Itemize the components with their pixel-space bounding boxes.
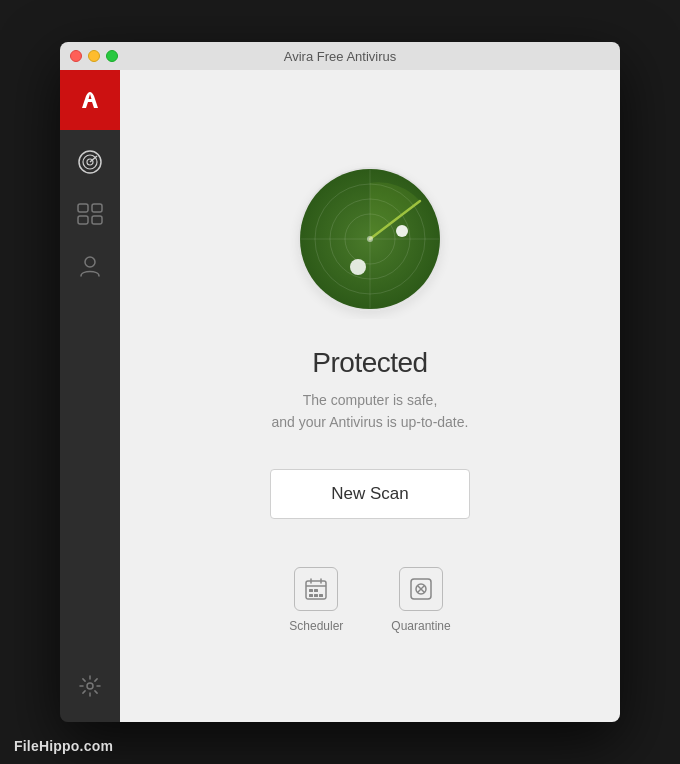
quarantine-icon-box xyxy=(399,567,443,611)
svg-point-19 xyxy=(350,259,366,275)
svg-rect-5 xyxy=(92,204,102,212)
scheduler-icon-box xyxy=(294,567,338,611)
sidebar xyxy=(60,70,120,722)
sidebar-bottom xyxy=(66,662,114,722)
sidebar-item-scan[interactable] xyxy=(66,138,114,186)
svg-point-20 xyxy=(367,236,373,242)
watermark: FileHippo.com xyxy=(14,738,113,754)
sidebar-item-settings[interactable] xyxy=(66,662,114,710)
radar-nav-icon xyxy=(77,149,103,175)
titlebar: Avira Free Antivirus xyxy=(60,42,620,70)
svg-rect-6 xyxy=(78,216,88,224)
sidebar-item-modules[interactable] xyxy=(66,190,114,238)
account-icon xyxy=(79,254,101,278)
svg-point-18 xyxy=(396,225,408,237)
svg-point-9 xyxy=(87,683,93,689)
window-controls xyxy=(70,50,118,62)
radar-icon xyxy=(290,159,450,319)
app-window: Avira Free Antivirus xyxy=(60,42,620,722)
svg-rect-28 xyxy=(314,594,318,597)
window-title: Avira Free Antivirus xyxy=(284,49,396,64)
svg-rect-29 xyxy=(319,594,323,597)
quarantine-label: Quarantine xyxy=(391,619,450,633)
settings-icon xyxy=(78,674,102,698)
svg-rect-26 xyxy=(314,589,318,592)
svg-rect-25 xyxy=(309,589,313,592)
quarantine-tool[interactable]: Quarantine xyxy=(391,567,450,633)
status-title: Protected xyxy=(312,347,427,379)
minimize-button[interactable] xyxy=(88,50,100,62)
scheduler-icon xyxy=(304,577,328,601)
status-description: The computer is safe, and your Antivirus… xyxy=(272,389,469,434)
bottom-tools: Scheduler Quarantine xyxy=(289,567,450,633)
scheduler-label: Scheduler xyxy=(289,619,343,633)
radar-display xyxy=(290,159,450,319)
svg-rect-27 xyxy=(309,594,313,597)
new-scan-button[interactable]: New Scan xyxy=(270,469,469,519)
close-button[interactable] xyxy=(70,50,82,62)
quarantine-icon xyxy=(409,577,433,601)
scheduler-tool[interactable]: Scheduler xyxy=(289,567,343,633)
sidebar-logo xyxy=(60,70,120,130)
svg-rect-4 xyxy=(78,204,88,212)
sidebar-item-account[interactable] xyxy=(66,242,114,290)
svg-point-8 xyxy=(85,257,95,267)
svg-rect-7 xyxy=(92,216,102,224)
sidebar-nav xyxy=(66,130,114,662)
avira-logo-icon xyxy=(72,82,108,118)
main-content: Protected The computer is safe, and your… xyxy=(120,70,620,722)
maximize-button[interactable] xyxy=(106,50,118,62)
modules-icon xyxy=(77,203,103,225)
app-body: Protected The computer is safe, and your… xyxy=(60,70,620,722)
